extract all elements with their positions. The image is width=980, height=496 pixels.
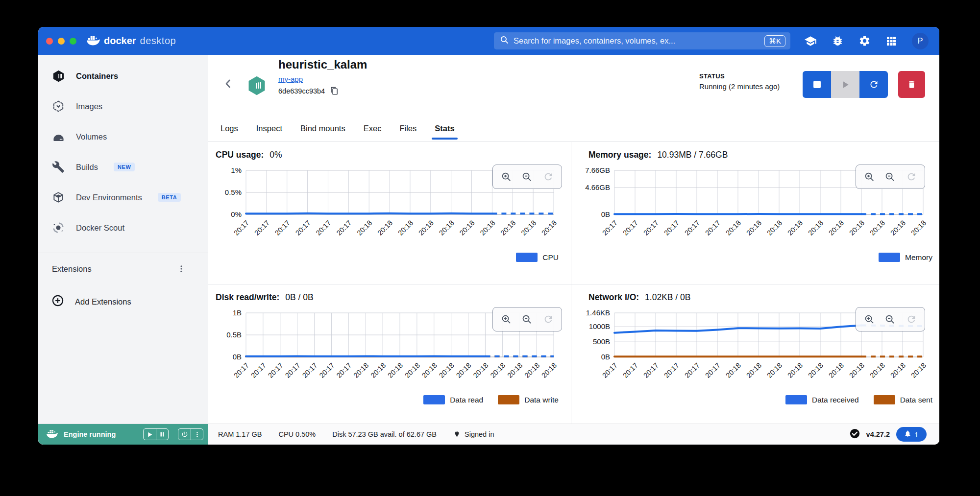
svg-text:20:18: 20:18 [499,219,517,237]
disk-read-write-chart: Disk read/write:0B / 0B 1B0.5B0B20:1720:… [208,284,571,424]
global-search[interactable]: ⌘K [494,32,790,49]
zoom-in-icon[interactable] [862,312,877,327]
search-icon [500,35,509,47]
disk-usage: Disk 57.23 GB avail. of 62.67 GB [332,430,437,438]
search-input[interactable] [514,36,760,46]
svg-text:20:18: 20:18 [724,219,742,237]
sidebar-item-docker-scout[interactable]: Docker Scout [38,213,208,243]
engine-menu-kebab-icon[interactable] [191,429,203,440]
svg-text:20:18: 20:18 [386,361,404,379]
app-version: v4.27.2 [866,430,890,438]
svg-text:20:18: 20:18 [519,219,538,237]
learning-center-icon[interactable] [804,35,817,47]
engine-start-icon[interactable] [144,429,156,440]
reset-zoom-icon[interactable] [541,312,556,327]
chart-title: CPU usage:0% [216,142,571,165]
tab-files[interactable]: Files [399,115,416,142]
svg-text:20:18: 20:18 [889,219,907,237]
restart-button[interactable] [859,71,888,98]
tab-stats[interactable]: Stats [435,115,454,142]
svg-text:20:18: 20:18 [458,219,476,237]
chart-legend: Memory [588,253,932,262]
svg-text:20:18: 20:18 [807,361,825,379]
detail-tabs: Logs Inspect Bind mounts Exec Files Stat… [208,115,939,142]
svg-text:20:17: 20:17 [601,219,619,237]
svg-text:20:18: 20:18 [438,219,456,237]
bug-report-icon[interactable] [831,35,844,47]
minimize-window-button[interactable] [58,38,65,45]
tab-logs[interactable]: Logs [220,115,238,142]
svg-text:20:17: 20:17 [335,361,353,379]
svg-text:20:17: 20:17 [704,219,722,237]
svg-text:7.66GB: 7.66GB [585,166,610,174]
svg-text:0%: 0% [231,210,242,218]
svg-text:1%: 1% [231,166,242,174]
svg-text:0B: 0B [601,210,610,218]
svg-text:20:18: 20:18 [506,361,524,379]
back-button[interactable] [222,78,235,91]
container-name: heuristic_kalam [278,58,367,71]
sidebar-item-builds[interactable]: Builds NEW [38,152,208,182]
extensions-menu-kebab-icon[interactable] [176,264,186,274]
svg-text:20:18: 20:18 [472,361,490,379]
apps-grid-icon[interactable] [885,35,898,47]
app-name-light: desktop [140,35,176,47]
memory-usage-chart: Memory usage:10.93MB / 7.66GB 7.66GB4.66… [571,142,939,284]
svg-text:20:17: 20:17 [621,219,639,237]
svg-text:20:18: 20:18 [724,361,742,379]
sidebar-item-dev-environments[interactable]: Dev Environments BETA [38,182,208,213]
tab-inspect[interactable]: Inspect [256,115,282,142]
macos-traffic-lights [38,38,80,45]
legend-item: Memory [879,253,932,262]
app-name-bold: docker [104,35,136,47]
copy-icon[interactable] [330,87,339,95]
user-avatar[interactable]: P [912,33,929,49]
add-extensions-button[interactable]: Add Extensions [38,294,208,309]
engine-pause-icon[interactable] [156,429,168,440]
svg-text:20:17: 20:17 [294,219,312,237]
zoom-out-icon[interactable] [520,169,535,184]
reset-zoom-icon[interactable] [904,312,919,327]
titlebar: docker desktop ⌘K P [38,27,939,55]
svg-text:20:17: 20:17 [232,361,250,379]
engine-status-text: Engine running [64,430,137,438]
tab-exec[interactable]: Exec [364,115,382,142]
settings-gear-icon[interactable] [858,35,871,47]
start-button[interactable] [831,71,859,98]
ram-usage: RAM 1.17 GB [218,430,262,438]
delete-button[interactable] [898,71,925,98]
sidebar-item-volumes[interactable]: Volumes [38,121,208,152]
stop-button[interactable] [803,71,831,98]
svg-text:20:18: 20:18 [396,219,415,237]
chart-zoom-controls [856,165,925,189]
svg-text:500B: 500B [593,337,610,346]
svg-text:20:17: 20:17 [232,219,250,237]
svg-text:20:18: 20:18 [868,361,886,379]
zoom-in-icon[interactable] [499,169,514,184]
reset-zoom-icon[interactable] [904,169,919,184]
zoom-out-icon[interactable] [520,312,535,327]
svg-text:20:18: 20:18 [909,219,928,237]
reset-zoom-icon[interactable] [541,169,556,184]
zoom-out-icon[interactable] [883,312,898,327]
svg-text:20:18: 20:18 [355,219,373,237]
zoom-in-icon[interactable] [862,169,877,184]
beta-badge: BETA [158,193,181,202]
close-window-button[interactable] [46,38,53,45]
sidebar-item-containers[interactable]: Containers [38,61,208,91]
zoom-in-icon[interactable] [499,312,514,327]
svg-text:20:18: 20:18 [540,361,558,379]
engine-power-icon[interactable] [178,429,191,440]
notifications-button[interactable]: 1 [896,427,927,442]
svg-text:20:17: 20:17 [301,361,319,379]
svg-text:20:18: 20:18 [489,361,507,379]
chart-zoom-controls [492,165,562,189]
svg-text:0B: 0B [233,353,242,361]
sidebar-item-label: Images [76,102,102,111]
image-link[interactable]: my-app [278,75,303,83]
tab-bind-mounts[interactable]: Bind mounts [300,115,345,142]
zoom-out-icon[interactable] [883,169,898,184]
zoom-window-button[interactable] [70,38,76,45]
svg-text:20:18: 20:18 [745,361,763,379]
sidebar-item-images[interactable]: Images [38,91,208,121]
